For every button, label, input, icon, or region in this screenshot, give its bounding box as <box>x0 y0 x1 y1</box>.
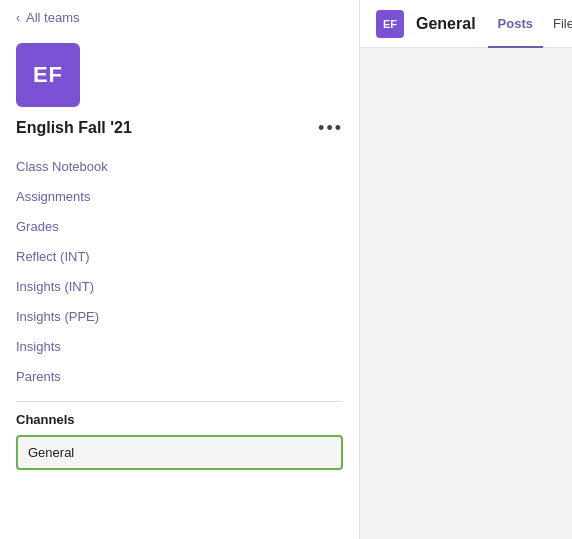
assignments-link[interactable]: Assignments <box>16 189 90 204</box>
tab-files[interactable]: Files <box>543 0 572 48</box>
nav-list: Class Notebook Assignments Grades Reflec… <box>0 151 359 391</box>
list-item: Insights (PPE) <box>16 301 343 331</box>
list-item: Class Notebook <box>16 151 343 181</box>
more-options-button[interactable]: ••• <box>318 119 343 137</box>
sidebar: ‹ All teams EF English Fall '21 ••• Clas… <box>0 0 360 539</box>
tab-posts-label: Posts <box>498 16 533 31</box>
tab-list: Posts Files <box>488 0 572 48</box>
main-content <box>360 48 572 539</box>
channels-section: Channels General <box>0 412 359 474</box>
main-panel: EF General Posts Files <box>360 0 572 539</box>
grades-link[interactable]: Grades <box>16 219 59 234</box>
divider <box>16 401 343 402</box>
insights-ppe-link[interactable]: Insights (PPE) <box>16 309 99 324</box>
parents-link[interactable]: Parents <box>16 369 61 384</box>
reflect-int-link[interactable]: Reflect (INT) <box>16 249 90 264</box>
back-navigation[interactable]: ‹ All teams <box>0 0 359 35</box>
avatar-initials: EF <box>33 62 63 88</box>
channel-avatar: EF <box>376 10 404 38</box>
insights-link[interactable]: Insights <box>16 339 61 354</box>
list-item: Reflect (INT) <box>16 241 343 271</box>
team-name-row: English Fall '21 ••• <box>0 119 359 151</box>
list-item: Insights <box>16 331 343 361</box>
list-item: Assignments <box>16 181 343 211</box>
channels-label: Channels <box>16 412 343 427</box>
team-avatar: EF <box>16 43 80 107</box>
team-name: English Fall '21 <box>16 119 132 137</box>
list-item: Insights (INT) <box>16 271 343 301</box>
general-channel-item[interactable]: General <box>16 435 343 470</box>
channel-avatar-initials: EF <box>383 18 397 30</box>
list-item: Grades <box>16 211 343 241</box>
top-bar: EF General Posts Files <box>360 0 572 48</box>
back-label: All teams <box>26 10 79 25</box>
tab-posts[interactable]: Posts <box>488 0 543 48</box>
channel-title: General <box>416 15 476 33</box>
general-channel-label: General <box>28 445 74 460</box>
list-item: Parents <box>16 361 343 391</box>
chevron-left-icon: ‹ <box>16 11 20 25</box>
class-notebook-link[interactable]: Class Notebook <box>16 159 108 174</box>
insights-int-link[interactable]: Insights (INT) <box>16 279 94 294</box>
tab-files-label: Files <box>553 16 572 31</box>
